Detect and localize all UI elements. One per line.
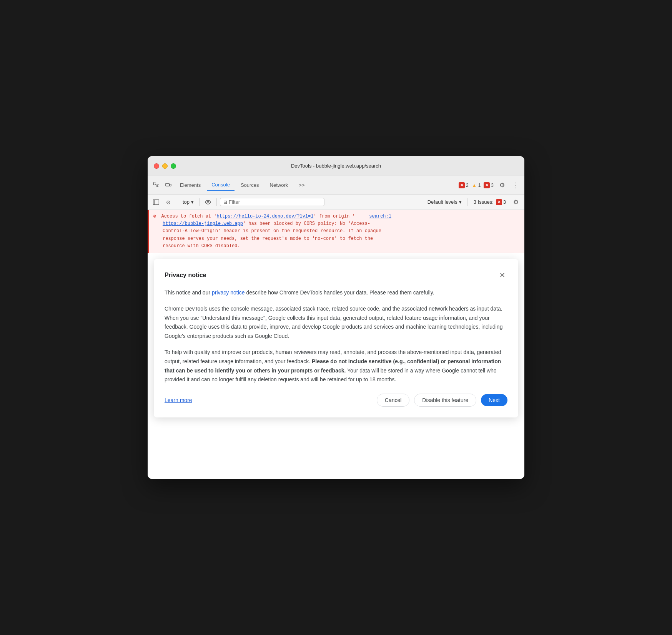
custom-levels-button[interactable] (203, 197, 213, 208)
privacy-para1: This notice and our privacy notice descr… (165, 288, 507, 298)
tab-console[interactable]: Console (207, 180, 235, 191)
cancel-button[interactable]: Cancel (377, 394, 410, 407)
svg-rect-1 (166, 183, 169, 186)
error-prefix: Access to fetch at ' (161, 214, 216, 219)
settings-button[interactable]: ⚙ (497, 180, 507, 191)
svg-point-5 (207, 201, 209, 203)
traffic-lights (154, 163, 176, 169)
svg-rect-2 (170, 184, 171, 186)
issues-count: 3 (491, 183, 494, 188)
error-badge[interactable]: ✕ 2 (459, 182, 469, 188)
privacy-para1-suffix: describe how Chrome DevTools handles you… (245, 289, 434, 296)
console-settings-button[interactable]: ⚙ (511, 197, 521, 208)
privacy-dialog-footer: Learn more Cancel Disable this feature N… (165, 394, 507, 407)
inspect-icon[interactable] (151, 180, 161, 191)
context-label: top (183, 199, 190, 205)
privacy-dialog-title: Privacy notice (165, 272, 206, 279)
issues-label: 3 Issues: (474, 199, 494, 205)
issues-icon: ✕ (484, 182, 490, 188)
error-row-header: ⊗ Access to fetch at 'https://hello-io-2… (153, 213, 520, 220)
tab-more[interactable]: >> (294, 180, 309, 190)
svg-rect-3 (153, 199, 159, 204)
tab-network[interactable]: Network (265, 180, 293, 190)
tab-elements[interactable]: Elements (175, 180, 205, 190)
error-count-icon: ✕ (459, 182, 465, 188)
clear-button[interactable]: ⊘ (163, 197, 174, 208)
default-levels-label: Default levels (427, 199, 457, 205)
cors-error-row: ⊗ Access to fetch at 'https://hello-io-2… (148, 210, 524, 253)
source-link[interactable]: search:1 (369, 214, 391, 219)
minimize-traffic-light[interactable] (162, 163, 168, 169)
issues-badge-header[interactable]: ✕ 3 (484, 182, 494, 188)
next-button[interactable]: Next (481, 394, 507, 406)
disable-feature-button[interactable]: Disable this feature (414, 394, 476, 407)
toolbar-sep-3 (216, 198, 217, 206)
devtools-window: DevTools - bubble-jingle.web.app/search … (148, 156, 524, 479)
toolbar-sep-1 (177, 198, 177, 206)
console-toolbar: ⊘ top ▾ ⊟ Default levels ▾ 3 Issues: ✕ (148, 194, 524, 210)
tab-sources[interactable]: Sources (236, 180, 264, 190)
issues-count-wrap: ✕ 3 (496, 199, 506, 205)
titlebar: DevTools - bubble-jingle.web.app/search (148, 156, 524, 176)
error-row-text: ⊗ Access to fetch at 'https://hello-io-2… (153, 213, 391, 220)
privacy-para1-prefix: This notice and our (165, 289, 212, 296)
filter-input-wrap: ⊟ (220, 198, 324, 206)
device-icon[interactable] (163, 180, 174, 191)
warning-icon: ▲ (472, 182, 477, 188)
learn-more-link[interactable]: Learn more (165, 397, 192, 403)
default-levels-dropdown-icon: ▾ (459, 199, 462, 205)
svg-rect-0 (153, 183, 156, 185)
privacy-notice-link[interactable]: privacy notice (212, 289, 245, 296)
error-body: https://bubble-jingle.web.app' has been … (163, 220, 520, 250)
context-dropdown-icon: ▾ (191, 199, 194, 205)
issues-small-icon: ✕ (496, 199, 502, 205)
toolbar-sep-4 (467, 198, 467, 206)
privacy-dialog-header: Privacy notice ✕ (165, 270, 507, 281)
context-selector[interactable]: top ▾ (180, 198, 196, 206)
error-middle: ' from origin ' (314, 214, 364, 219)
warning-count: 1 (478, 183, 481, 188)
default-levels-selector[interactable]: Default levels ▾ (425, 198, 464, 206)
issues-count-num: 3 (503, 199, 506, 205)
toolbar-sep-2 (199, 198, 200, 206)
sidebar-toggle-button[interactable] (151, 197, 161, 208)
privacy-overlay: Privacy notice ✕ This notice and our pri… (148, 253, 524, 424)
warning-badge[interactable]: ▲ 1 (472, 182, 481, 188)
footer-buttons: Cancel Disable this feature Next (377, 394, 507, 407)
privacy-para2: Chrome DevTools uses the console message… (165, 304, 507, 341)
maximize-traffic-light[interactable] (171, 163, 176, 169)
filter-icon: ⊟ (223, 199, 227, 205)
tabs-bar: Elements Console Sources Network >> ✕ 2 … (148, 176, 524, 194)
tabs-right-controls: ✕ 2 ▲ 1 ✕ 3 ⚙ ⋮ (459, 180, 521, 191)
issues-badge-toolbar[interactable]: 3 Issues: ✕ 3 (471, 198, 509, 206)
error-circle-icon: ⊗ (153, 214, 156, 219)
error-url-link[interactable]: https://hello-io-24.deno.dev/?lvl=1 (216, 214, 313, 219)
console-content: ⊗ Access to fetch at 'https://hello-io-2… (148, 210, 524, 479)
privacy-dialog: Privacy notice ✕ This notice and our pri… (154, 259, 518, 417)
filter-input[interactable] (229, 199, 321, 205)
privacy-dialog-close-button[interactable]: ✕ (497, 270, 507, 281)
privacy-para3: To help with quality and improve our pro… (165, 348, 507, 384)
origin-url-link[interactable]: https://bubble-jingle.web.app (163, 221, 243, 226)
close-traffic-light[interactable] (154, 163, 159, 169)
more-options-button[interactable]: ⋮ (511, 180, 521, 191)
error-count: 2 (466, 183, 469, 188)
privacy-dialog-body: This notice and our privacy notice descr… (165, 288, 507, 384)
window-title: DevTools - bubble-jingle.web.app/search (291, 163, 381, 169)
